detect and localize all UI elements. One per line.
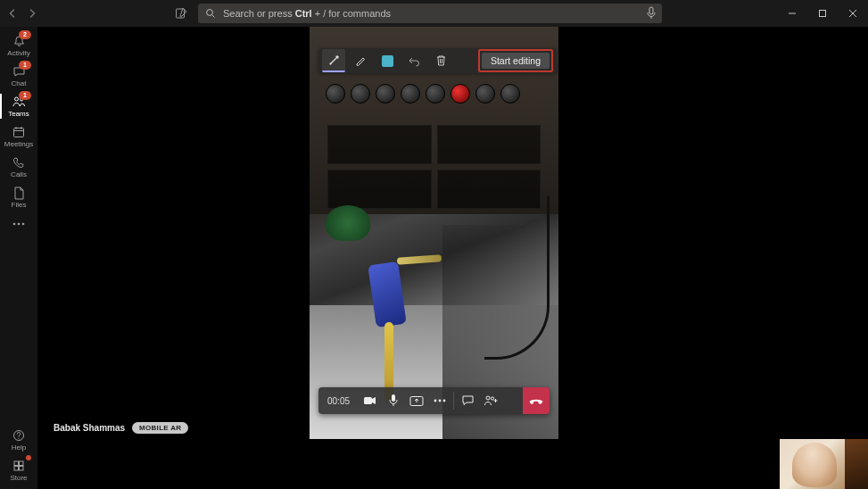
- svg-point-14: [22, 223, 25, 226]
- sidebar-label: Help: [12, 443, 26, 452]
- svg-point-1: [207, 10, 213, 16]
- window-minimize-button[interactable]: [777, 0, 807, 27]
- svg-line-2: [212, 15, 215, 18]
- title-bar: Search or press Ctrl + / for commands: [0, 0, 868, 27]
- svg-rect-5: [820, 11, 826, 17]
- sidebar-item-more[interactable]: [0, 212, 37, 236]
- svg-point-12: [13, 223, 16, 226]
- svg-point-13: [18, 223, 21, 226]
- sidebar-item-help[interactable]: Help: [0, 425, 37, 455]
- svg-rect-16: [14, 461, 19, 466]
- caller-name: Babak Shammas: [54, 423, 125, 433]
- share-screen-button[interactable]: [405, 387, 428, 414]
- search-box[interactable]: Search or press Ctrl + / for commands: [198, 4, 662, 23]
- new-note-icon[interactable]: [175, 7, 187, 20]
- svg-point-28: [491, 397, 493, 400]
- svg-point-26: [443, 400, 446, 402]
- caller-device-badge: MOBILE AR: [132, 422, 188, 434]
- store-icon: [12, 459, 25, 473]
- call-stage: Start editing 00:05 Babak Shammas MOBIL: [37, 27, 868, 489]
- help-icon: [12, 428, 25, 443]
- sidebar-item-teams[interactable]: Teams 1: [0, 91, 37, 121]
- sidebar-label: Files: [12, 201, 27, 209]
- more-icon: [12, 217, 25, 231]
- separator: [453, 392, 454, 410]
- mic-icon[interactable]: [646, 6, 657, 21]
- annotation-toolbar: Start editing: [318, 48, 557, 73]
- svg-rect-22: [392, 394, 395, 402]
- self-video-pip[interactable]: [780, 439, 868, 489]
- sidebar-label: Activity: [7, 49, 29, 57]
- start-editing-button[interactable]: Start editing: [482, 53, 550, 69]
- search-placeholder: Search or press Ctrl + / for commands: [223, 8, 391, 19]
- svg-rect-17: [20, 461, 24, 466]
- calendar-icon: [12, 125, 25, 139]
- remote-video: [310, 27, 558, 439]
- mic-toggle-button[interactable]: [382, 387, 405, 414]
- nav-back-button[interactable]: [7, 8, 18, 19]
- sidebar-item-meetings[interactable]: Meetings: [0, 121, 37, 152]
- svg-rect-19: [20, 467, 24, 471]
- badge: 1: [19, 61, 31, 70]
- show-conversation-button[interactable]: [456, 387, 479, 414]
- sidebar-item-calls[interactable]: Calls: [0, 152, 37, 182]
- search-icon: [205, 8, 216, 19]
- badge-dot: [26, 455, 31, 460]
- svg-point-27: [486, 396, 490, 400]
- hang-up-button[interactable]: [523, 387, 550, 414]
- add-participants-button[interactable]: [479, 387, 502, 414]
- color-picker-button[interactable]: [376, 50, 399, 71]
- pen-tool-button[interactable]: [349, 50, 372, 71]
- call-timer: 00:05: [318, 396, 359, 406]
- sidebar-label: Store: [10, 474, 27, 482]
- file-icon: [13, 186, 25, 200]
- start-editing-highlight: Start editing: [478, 49, 553, 72]
- svg-point-25: [439, 400, 442, 402]
- svg-point-24: [434, 400, 437, 402]
- svg-point-20: [329, 62, 331, 64]
- svg-rect-3: [649, 7, 653, 14]
- nav-forward-button[interactable]: [27, 8, 37, 19]
- svg-rect-21: [364, 397, 372, 404]
- badge: 1: [19, 91, 31, 100]
- undo-button[interactable]: [402, 50, 426, 71]
- sidebar-item-activity[interactable]: Activity 2: [0, 30, 37, 61]
- delete-button[interactable]: [429, 50, 452, 71]
- camera-toggle-button[interactable]: [359, 387, 382, 414]
- sidebar-item-files[interactable]: Files: [0, 182, 37, 212]
- sidebar-label: Meetings: [4, 140, 33, 148]
- svg-rect-8: [14, 128, 24, 137]
- arrow-tool-button[interactable]: [322, 49, 345, 72]
- sidebar-label: Chat: [12, 79, 27, 87]
- svg-point-6: [15, 97, 19, 101]
- svg-rect-18: [14, 467, 19, 471]
- color-swatch-icon: [382, 55, 393, 67]
- window-close-button[interactable]: [838, 0, 868, 27]
- phone-icon: [12, 155, 25, 170]
- app-rail: Activity 2 Chat 1 Teams 1 Meetings Calls…: [0, 27, 37, 489]
- sidebar-label: Teams: [8, 110, 29, 118]
- caller-info: Babak Shammas MOBILE AR: [54, 422, 188, 434]
- sidebar-label: Calls: [11, 170, 27, 178]
- more-actions-button[interactable]: [428, 387, 451, 414]
- sidebar-item-store[interactable]: Store: [0, 455, 37, 485]
- call-controls: 00:05: [318, 387, 550, 414]
- window-maximize-button[interactable]: [807, 0, 838, 27]
- badge: 2: [19, 30, 31, 39]
- sidebar-item-chat[interactable]: Chat 1: [0, 61, 37, 91]
